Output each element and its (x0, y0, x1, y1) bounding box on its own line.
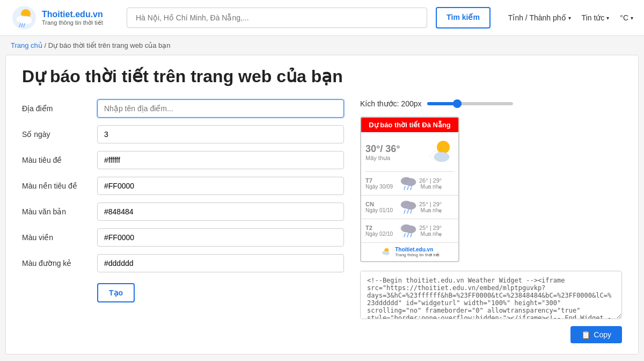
size-row: Kích thước: 200px (360, 99, 622, 108)
copy-icon: 📋 (581, 330, 590, 339)
day-icon-2 (398, 222, 419, 240)
forecast-row-1: CN Ngày 01/10 25° | 29° (361, 196, 458, 219)
widget-today-info: 30°/ 36° Mây thưa (365, 143, 400, 162)
widget-footer-logo-text: Thoitiet.edu.vn (395, 247, 440, 252)
day-info-2: T2 Ngày 02/10 (365, 225, 398, 237)
page-title: Dự báo thời tiết trên trang web của bạn (22, 66, 622, 86)
logo-icon (11, 4, 38, 31)
day-temp-cond-2: 25° | 29° Mưa nhẹ (419, 225, 442, 237)
day-icon-0 (398, 175, 419, 192)
svg-line-17 (404, 210, 405, 213)
svg-point-11 (405, 178, 416, 186)
chevron-down-icon: ▾ (606, 15, 609, 21)
svg-line-12 (404, 186, 405, 190)
size-slider[interactable] (427, 102, 513, 105)
svg-point-27 (384, 251, 390, 255)
widget-header: Dự báo thời tiết Đà Nẵng (361, 118, 458, 132)
logo-subtitle: Trang thông tin thời tiết (42, 19, 103, 26)
day-name-2: T2 (365, 225, 398, 231)
breadcrumb-current: Dự báo thời tiết trên trang web của bạn (48, 41, 171, 49)
form-preview-layout: Địa điểm Số ngày Màu tiêu đề Màu nền tiê… (22, 99, 622, 343)
line-color-label: Màu đường kẻ (22, 259, 97, 268)
rain-icon-0 (399, 175, 418, 191)
nav-news[interactable]: Tin tức ▾ (582, 13, 610, 22)
day-temp-0: 26° | 29° (419, 177, 442, 184)
svg-point-16 (405, 202, 416, 210)
title-color-input[interactable] (97, 151, 344, 169)
widget-today-condition: Mây thưa (365, 155, 400, 162)
forecast-row-0: T7 Ngày 30/09 26° | 29° (361, 172, 458, 196)
day-date-2: Ngày 02/10 (365, 231, 398, 237)
day-name-1: CN (365, 201, 398, 207)
logo-title: Thoitiet.edu.vn (42, 9, 103, 19)
day-name-0: T7 (365, 177, 398, 184)
day-temp-1: 25° | 29° (419, 201, 442, 207)
widget-footer: Thoitiet.edu.vn Trang thông tin thời tiế… (361, 243, 458, 261)
search-input[interactable] (127, 8, 427, 28)
day-info-1: CN Ngày 01/10 (365, 201, 398, 213)
rain-icon-2 (399, 222, 418, 238)
copy-button[interactable]: 📋 Copy (570, 326, 622, 343)
svg-line-22 (404, 234, 405, 237)
day-icon-1 (398, 198, 419, 216)
bg-color-row: Màu nền tiêu đề (22, 177, 344, 195)
line-color-input[interactable] (97, 254, 344, 272)
main-content: Dự báo thời tiết trên trang web của bạn … (5, 55, 639, 355)
chevron-down-icon: ▾ (568, 15, 571, 21)
days-input[interactable] (97, 125, 344, 143)
widget-footer-sub: Trang thông tin thời tiết (395, 252, 440, 257)
day-temp-2: 25° | 29° (419, 225, 442, 231)
day-temp-cond-1: 25° | 29° Mưa nhẹ (419, 201, 442, 213)
day-cond-0: Mưa nhẹ (419, 184, 442, 190)
widget-preview: Dự báo thời tiết Đà Nẵng 30°/ 36° Mây th… (360, 117, 459, 262)
svg-point-3 (19, 16, 32, 25)
widget-footer-text: Thoitiet.edu.vn Trang thông tin thời tiế… (395, 247, 440, 257)
today-weather-icon (425, 138, 454, 167)
forecast-row-2: T2 Ngày 02/10 25° | 29° (361, 219, 458, 243)
logo-text: Thoitiet.edu.vn Trang thông tin thời tiế… (42, 9, 103, 26)
header: Thoitiet.edu.vn Trang thông tin thời tiế… (0, 0, 644, 36)
widget-footer-logo-icon (380, 246, 392, 258)
location-label: Địa điểm (22, 104, 97, 113)
text-color-label: Màu văn bản (22, 207, 97, 216)
form-section: Địa điểm Số ngày Màu tiêu đề Màu nền tiê… (22, 99, 344, 302)
svg-point-21 (405, 226, 416, 233)
nav-province[interactable]: Tỉnh / Thành phố ▾ (508, 13, 571, 22)
rain-icon-1 (399, 198, 418, 214)
svg-line-19 (411, 210, 412, 213)
svg-point-9 (434, 152, 449, 162)
svg-line-13 (407, 186, 408, 190)
copy-label: Copy (594, 330, 611, 339)
size-label: Kích thước: 200px (360, 99, 422, 108)
search-bar (127, 8, 427, 28)
border-color-label: Màu viền (22, 233, 97, 242)
line-color-row: Màu đường kẻ (22, 254, 344, 272)
widget-today-temp: 30°/ 36° (365, 143, 400, 155)
title-color-row: Màu tiêu đề (22, 151, 344, 169)
border-color-row: Màu viền (22, 228, 344, 247)
code-area: 📋 Copy (360, 271, 622, 343)
day-date-1: Ngày 01/10 (365, 207, 398, 213)
border-color-input[interactable] (97, 228, 344, 247)
chevron-down-icon: ▾ (631, 15, 633, 21)
breadcrumb-home[interactable]: Trang chủ (11, 41, 42, 49)
day-cond-1: Mưa nhẹ (419, 207, 442, 213)
text-color-input[interactable] (97, 203, 344, 221)
code-textarea[interactable] (360, 271, 622, 319)
breadcrumb: Trang chủ / Dự báo thời tiết trên trang … (0, 36, 644, 55)
search-button[interactable]: Tìm kiếm (436, 7, 491, 28)
svg-line-23 (407, 234, 408, 237)
location-input[interactable] (97, 99, 344, 118)
title-color-label: Màu tiêu đề (22, 156, 97, 164)
create-button[interactable]: Tạo (97, 283, 135, 302)
bg-color-input[interactable] (97, 177, 344, 195)
svg-line-14 (411, 186, 412, 190)
nav-unit[interactable]: °C ▾ (620, 13, 633, 22)
days-row: Số ngày (22, 125, 344, 143)
svg-line-24 (411, 234, 412, 237)
widget-today: 30°/ 36° Mây thưa (361, 132, 458, 171)
day-cond-2: Mưa nhẹ (419, 231, 442, 237)
day-temp-cond-0: 26° | 29° Mưa nhẹ (419, 177, 442, 190)
location-row: Địa điểm (22, 99, 344, 118)
day-info-0: T7 Ngày 30/09 (365, 177, 398, 190)
